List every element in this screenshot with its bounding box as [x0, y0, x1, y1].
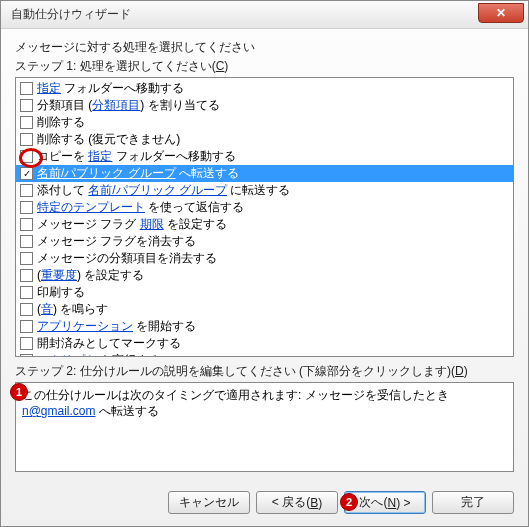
- action-row[interactable]: (音) を鳴らす: [16, 301, 513, 318]
- action-checkbox[interactable]: [20, 252, 33, 265]
- wizard-window: 自動仕分けウィザード ✕ メッセージに対する処理を選択してください ステップ 1…: [0, 0, 529, 527]
- back-button[interactable]: < 戻る(B): [256, 491, 338, 514]
- action-checkbox[interactable]: [20, 320, 33, 333]
- action-link[interactable]: 特定のテンプレート: [37, 200, 145, 214]
- next-button[interactable]: 次へ(N) >: [344, 491, 426, 514]
- action-link[interactable]: 指定: [37, 81, 61, 95]
- action-checkbox[interactable]: [20, 354, 33, 357]
- cancel-button[interactable]: キャンセル: [168, 491, 250, 514]
- desc-forward-link[interactable]: n@gmail.com: [22, 404, 96, 418]
- action-link[interactable]: 指定: [88, 149, 112, 163]
- window-title: 自動仕分けウィザード: [11, 6, 478, 23]
- action-checkbox[interactable]: [20, 184, 33, 197]
- instruction-text: メッセージに対する処理を選択してください: [15, 39, 514, 56]
- action-checkbox[interactable]: [20, 133, 33, 146]
- action-row[interactable]: メッセージの分類項目を消去する: [16, 250, 513, 267]
- desc-line-1: この仕分けルールは次のタイミングで適用されます: メッセージを受信したとき: [22, 387, 507, 403]
- step2-label: ステップ 2: 仕分けルールの説明を編集してください (下線部分をクリックします…: [15, 363, 514, 380]
- action-label: 名前/パブリック グループ へ転送する: [37, 165, 239, 182]
- action-row[interactable]: 指定 フォルダーへ移動する: [16, 80, 513, 97]
- action-row[interactable]: コピーを 指定 フォルダーへ移動する: [16, 148, 513, 165]
- action-link[interactable]: アプリケーション: [37, 319, 133, 333]
- desc-line-2: n@gmail.com へ転送する: [22, 403, 507, 419]
- action-label: 特定のテンプレート を使って返信する: [37, 199, 244, 216]
- finish-button[interactable]: 完了: [432, 491, 514, 514]
- action-label: アプリケーション を開始する: [37, 318, 196, 335]
- action-row[interactable]: メッセージ フラグを消去する: [16, 233, 513, 250]
- action-label: 印刷する: [37, 284, 85, 301]
- action-label: (重要度) を設定する: [37, 267, 144, 284]
- action-label: 削除する: [37, 114, 85, 131]
- action-checkbox[interactable]: [20, 201, 33, 214]
- action-label: 開封済みとしてマークする: [37, 335, 181, 352]
- action-row[interactable]: 削除する (復元できません): [16, 131, 513, 148]
- action-row[interactable]: アプリケーション を開始する: [16, 318, 513, 335]
- action-row[interactable]: メッセージ フラグ 期限 を設定する: [16, 216, 513, 233]
- action-label: 分類項目 (分類項目) を割り当てる: [37, 97, 220, 114]
- action-link[interactable]: 音: [41, 302, 53, 316]
- action-list[interactable]: 指定 フォルダーへ移動する分類項目 (分類項目) を割り当てる削除する削除する …: [15, 77, 514, 357]
- titlebar: 自動仕分けウィザード ✕: [1, 1, 528, 29]
- action-checkbox[interactable]: [20, 218, 33, 231]
- action-link[interactable]: スクリプト: [37, 353, 97, 357]
- action-label: メッセージ フラグを消去する: [37, 233, 196, 250]
- action-row[interactable]: 印刷する: [16, 284, 513, 301]
- step1-label: ステップ 1: 処理を選択してください(C): [15, 58, 514, 75]
- action-row[interactable]: 添付して 名前/パブリック グループ に転送する: [16, 182, 513, 199]
- action-link[interactable]: 重要度: [41, 268, 77, 282]
- action-label: 削除する (復元できません): [37, 131, 180, 148]
- action-row[interactable]: (重要度) を設定する: [16, 267, 513, 284]
- action-checkbox[interactable]: [20, 286, 33, 299]
- action-row[interactable]: 名前/パブリック グループ へ転送する: [16, 165, 513, 182]
- button-row: キャンセル < 戻る(B) 次へ(N) > 完了: [1, 481, 528, 526]
- action-checkbox[interactable]: [20, 82, 33, 95]
- close-button[interactable]: ✕: [478, 3, 524, 23]
- action-label: (音) を鳴らす: [37, 301, 108, 318]
- action-label: コピーを 指定 フォルダーへ移動する: [37, 148, 236, 165]
- action-checkbox[interactable]: [20, 337, 33, 350]
- rule-description-box: この仕分けルールは次のタイミングで適用されます: メッセージを受信したとき n@…: [15, 382, 514, 472]
- action-label: メッセージの分類項目を消去する: [37, 250, 217, 267]
- action-row[interactable]: 開封済みとしてマークする: [16, 335, 513, 352]
- action-label: 指定 フォルダーへ移動する: [37, 80, 184, 97]
- action-row[interactable]: 分類項目 (分類項目) を割り当てる: [16, 97, 513, 114]
- action-checkbox[interactable]: [20, 167, 33, 180]
- action-checkbox[interactable]: [20, 235, 33, 248]
- action-checkbox[interactable]: [20, 99, 33, 112]
- action-label: 添付して 名前/パブリック グループ に転送する: [37, 182, 290, 199]
- action-checkbox[interactable]: [20, 116, 33, 129]
- action-row[interactable]: スクリプト を実行する: [16, 352, 513, 357]
- close-icon: ✕: [496, 6, 506, 20]
- action-link[interactable]: 名前/パブリック グループ: [88, 183, 227, 197]
- action-checkbox[interactable]: [20, 269, 33, 282]
- action-row[interactable]: 削除する: [16, 114, 513, 131]
- content-area: メッセージに対する処理を選択してください ステップ 1: 処理を選択してください…: [1, 29, 528, 481]
- action-link[interactable]: 分類項目: [92, 98, 140, 112]
- action-checkbox[interactable]: [20, 303, 33, 316]
- action-label: スクリプト を実行する: [37, 352, 160, 357]
- action-checkbox[interactable]: [20, 150, 33, 163]
- action-link[interactable]: 名前/パブリック グループ: [37, 166, 176, 180]
- action-link[interactable]: 期限: [140, 217, 164, 231]
- action-row[interactable]: 特定のテンプレート を使って返信する: [16, 199, 513, 216]
- action-label: メッセージ フラグ 期限 を設定する: [37, 216, 227, 233]
